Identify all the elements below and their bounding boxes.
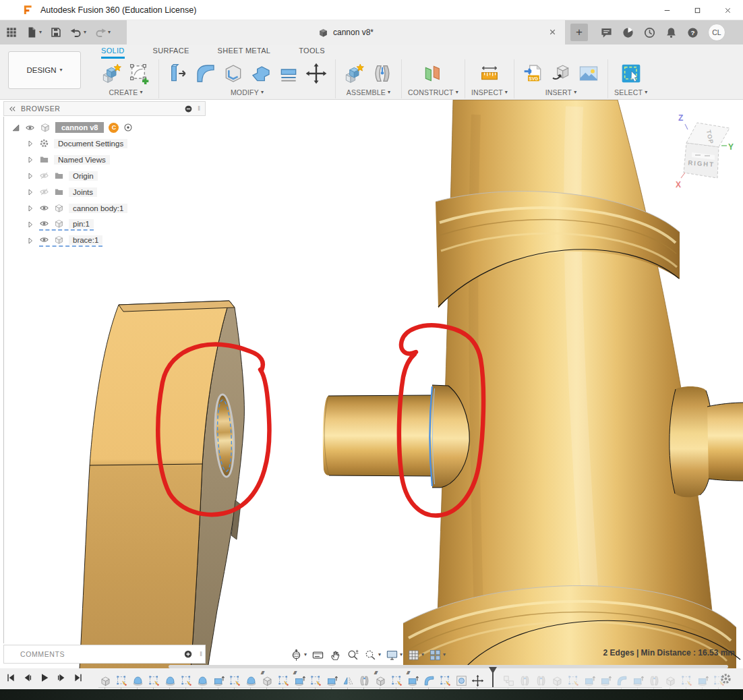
timeline-sketch-feature[interactable] bbox=[680, 672, 693, 687]
new-tab-button[interactable]: + bbox=[570, 24, 588, 41]
group-label-construct[interactable]: CONSTRUCT▾ bbox=[408, 88, 458, 96]
browser-item-brace-1[interactable]: brace:1 bbox=[3, 233, 206, 249]
browser-header[interactable]: BROWSER ‖ bbox=[3, 101, 206, 116]
visibility-eye-icon[interactable] bbox=[39, 235, 49, 245]
timeline-settings-gear-icon[interactable] bbox=[719, 672, 732, 685]
measure-icon[interactable] bbox=[477, 60, 502, 87]
redo-icon[interactable]: ▾ bbox=[94, 26, 111, 38]
visibility-eye-icon[interactable] bbox=[39, 203, 49, 213]
skip-end-icon[interactable] bbox=[73, 672, 84, 683]
timeline-extrude-feature[interactable] bbox=[583, 672, 596, 687]
timeline-component-feature[interactable] bbox=[550, 672, 564, 687]
timeline-sketch-feature[interactable] bbox=[276, 672, 290, 687]
workspace-selector[interactable]: DESIGN▾ bbox=[8, 51, 81, 89]
offset-face-icon[interactable] bbox=[276, 60, 301, 87]
look-at-icon[interactable] bbox=[311, 649, 324, 662]
help-icon[interactable]: ? bbox=[686, 26, 699, 39]
play-icon[interactable] bbox=[39, 672, 50, 683]
timeline-sketch-feature[interactable] bbox=[566, 672, 580, 687]
browser-item-joints[interactable]: Joints bbox=[3, 184, 206, 200]
panel-resize-handle[interactable]: ‖ bbox=[198, 105, 200, 112]
tab-close-icon[interactable] bbox=[548, 28, 557, 36]
tab-solid[interactable]: SOLID bbox=[101, 47, 125, 59]
expanded-triangle-icon[interactable] bbox=[11, 123, 20, 132]
group-label-inspect[interactable]: INSPECT▾ bbox=[471, 88, 508, 96]
timeline-fillet-feature[interactable] bbox=[422, 672, 436, 687]
group-label-select[interactable]: SELECT▾ bbox=[614, 88, 647, 96]
orbit-icon[interactable]: ▾ bbox=[290, 649, 307, 662]
timeline-hole-feature[interactable] bbox=[454, 672, 468, 687]
maximize-button[interactable] bbox=[682, 0, 713, 20]
visibility-eye-icon[interactable] bbox=[39, 171, 49, 181]
press-pull-icon[interactable] bbox=[165, 60, 191, 87]
document-tab[interactable]: cannon v8* bbox=[127, 20, 565, 45]
move-copy-icon[interactable] bbox=[303, 60, 329, 87]
hide-all-icon[interactable] bbox=[184, 105, 193, 113]
joint-tool-icon[interactable] bbox=[369, 60, 395, 87]
canvas-icon[interactable] bbox=[576, 60, 601, 87]
minimize-button[interactable] bbox=[652, 0, 682, 20]
job-status-icon[interactable] bbox=[643, 26, 656, 39]
save-icon[interactable] bbox=[50, 26, 62, 38]
app-grid-icon[interactable] bbox=[5, 26, 18, 38]
timeline-joint-feature[interactable] bbox=[534, 672, 547, 687]
timeline-joint-feature[interactable] bbox=[357, 672, 371, 687]
timeline-sketch-feature[interactable] bbox=[147, 672, 160, 687]
group-label-create[interactable]: CREATE▾ bbox=[109, 88, 142, 96]
timeline-extrude-feature[interactable] bbox=[631, 672, 645, 687]
timeline-sketch-feature[interactable] bbox=[390, 672, 403, 687]
step-back-icon[interactable] bbox=[22, 672, 33, 683]
tab-tools[interactable]: TOOLS bbox=[299, 47, 325, 59]
insert-mesh-icon[interactable] bbox=[548, 60, 574, 87]
expand-arrow-icon[interactable] bbox=[26, 204, 34, 212]
expand-arrow-icon[interactable] bbox=[26, 188, 34, 196]
timeline-extrude-feature[interactable] bbox=[212, 672, 225, 687]
notifications-icon[interactable] bbox=[665, 26, 678, 39]
browser-item-named-views[interactable]: Named Views bbox=[3, 152, 206, 168]
expand-arrow-icon[interactable] bbox=[26, 237, 34, 245]
timeline-sketch-feature[interactable] bbox=[228, 672, 241, 687]
skip-start-icon[interactable] bbox=[5, 672, 16, 683]
timeline-fillet-feature[interactable] bbox=[615, 672, 628, 687]
timeline-sketch-feature[interactable] bbox=[438, 672, 452, 687]
add-comment-icon[interactable] bbox=[183, 649, 193, 659]
group-label-modify[interactable]: MODIFY▾ bbox=[231, 88, 264, 96]
tab-surface[interactable]: SURFACE bbox=[153, 47, 189, 59]
display-settings-icon[interactable]: ▾ bbox=[386, 649, 403, 662]
visibility-eye-icon[interactable] bbox=[39, 218, 49, 229]
group-label-assemble[interactable]: ASSEMBLE▾ bbox=[347, 88, 390, 96]
group-label-insert[interactable]: INSERT▾ bbox=[545, 88, 577, 96]
new-solid-icon[interactable] bbox=[99, 60, 125, 87]
timeline-revolve-feature[interactable] bbox=[131, 672, 144, 687]
grid-icon[interactable]: ▾ bbox=[407, 649, 424, 662]
fit-icon[interactable]: ▾ bbox=[364, 649, 381, 662]
timeline-sketch-feature[interactable] bbox=[115, 672, 128, 687]
browser-item-document-settings[interactable]: Document Settings bbox=[3, 136, 206, 152]
timeline-playhead[interactable] bbox=[488, 666, 498, 687]
brace-body[interactable] bbox=[80, 301, 244, 669]
browser-item-pin-1[interactable]: pin:1 bbox=[3, 216, 206, 233]
timeline-revolve-feature[interactable] bbox=[244, 672, 258, 687]
select-icon[interactable] bbox=[618, 60, 644, 87]
timeline-extrude-feature[interactable] bbox=[696, 672, 709, 687]
comments-panel[interactable]: COMMENTS ‖ bbox=[3, 645, 206, 664]
timeline-move-feature[interactable] bbox=[471, 672, 484, 687]
expand-arrow-icon[interactable] bbox=[26, 221, 34, 229]
timeline-joint-feature[interactable] bbox=[518, 672, 531, 687]
viewports-icon[interactable]: ▾ bbox=[429, 649, 446, 662]
construction-plane-icon[interactable] bbox=[420, 60, 446, 87]
comments-icon[interactable] bbox=[600, 26, 613, 39]
browser-root-component[interactable]: cannon v8 C bbox=[3, 119, 206, 136]
step-forward-icon[interactable] bbox=[56, 672, 67, 683]
timeline-extrude-feature[interactable]: /// bbox=[406, 672, 419, 687]
undo-icon[interactable]: ▾ bbox=[70, 26, 86, 38]
timeline-revolve-feature[interactable] bbox=[163, 672, 177, 687]
timeline-extrude-feature[interactable] bbox=[325, 672, 338, 687]
browser-item-cannon-body-1[interactable]: cannon body:1 bbox=[3, 200, 206, 216]
timeline-joint-feature[interactable] bbox=[647, 672, 661, 687]
collapse-panel-icon[interactable] bbox=[9, 105, 16, 113]
fillet-tool-icon[interactable] bbox=[193, 60, 218, 87]
close-button[interactable] bbox=[713, 0, 743, 20]
visibility-eye-icon[interactable] bbox=[39, 187, 49, 197]
avatar[interactable]: CL bbox=[708, 24, 725, 41]
